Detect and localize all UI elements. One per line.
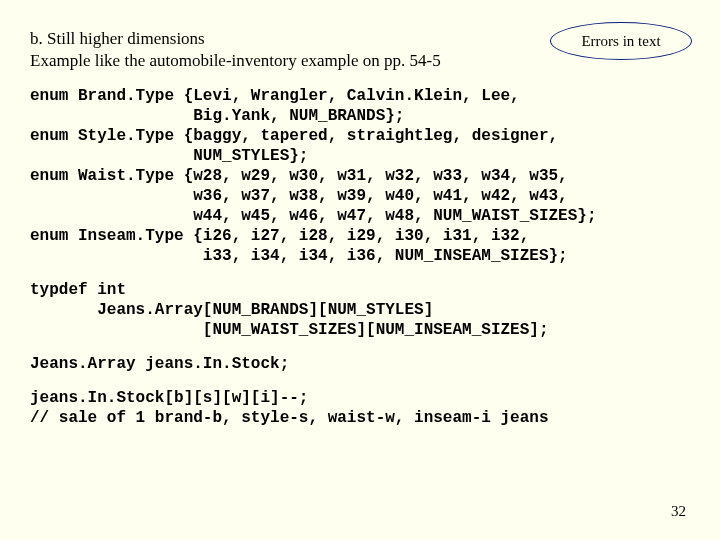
page-number: 32 <box>671 503 686 520</box>
errors-callout: Errors in text <box>550 22 692 60</box>
code-declaration: Jeans.Array jeans.In.Stock; <box>30 354 690 374</box>
code-usage: jeans.In.Stock[b][s][w][i]--; // sale of… <box>30 388 690 428</box>
code-enums: enum Brand.Type {Levi, Wrangler, Calvin.… <box>30 86 690 266</box>
errors-callout-text: Errors in text <box>581 33 660 50</box>
slide: Errors in text b. Still higher dimension… <box>0 0 720 540</box>
code-typedef: typdef int Jeans.Array[NUM_BRANDS][NUM_S… <box>30 280 690 340</box>
